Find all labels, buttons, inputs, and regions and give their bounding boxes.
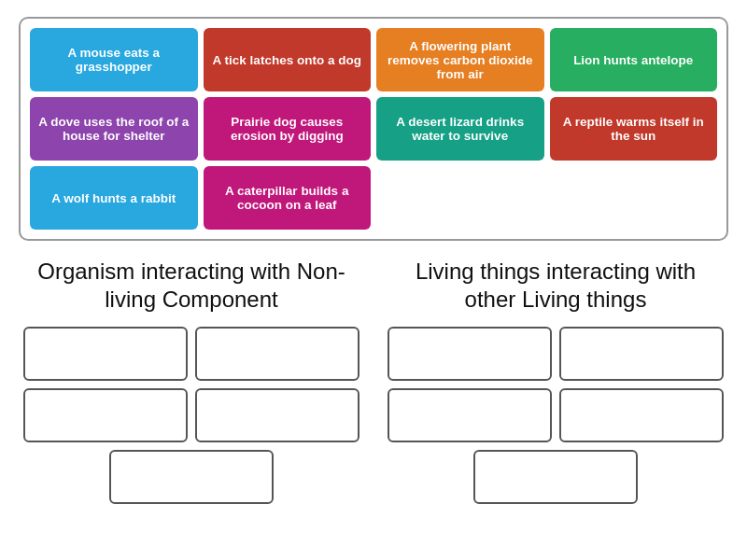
drop-box-nonliving-1[interactable] (23, 327, 188, 381)
drop-box-living-5[interactable] (473, 450, 638, 504)
drop-box-nonliving-5[interactable] (109, 450, 274, 504)
cards-container: A mouse eats a grasshopper A tick latche… (19, 17, 728, 241)
drop-box-nonliving-2[interactable] (195, 327, 359, 381)
card-mouse-eats-grasshopper[interactable]: A mouse eats a grasshopper (30, 28, 198, 91)
categories-area: Organism interacting with Non-living Com… (0, 258, 747, 504)
card-prairie-dog-erosion[interactable]: Prairie dog causes erosion by digging (204, 97, 372, 161)
card-grid: A mouse eats a grasshopper A tick latche… (30, 28, 717, 230)
card-desert-lizard-water[interactable]: A desert lizard drinks water to survive (376, 97, 544, 161)
drop-box-living-3[interactable] (388, 388, 552, 442)
category-living-title: Living things interacting with other Liv… (388, 258, 724, 314)
drop-box-living-4[interactable] (559, 388, 724, 442)
card-wolf-hunts-rabbit[interactable]: A wolf hunts a rabbit (30, 166, 198, 230)
drop-row-extra-nonliving (23, 450, 359, 504)
drop-box-living-1[interactable] (388, 327, 552, 381)
drop-row-extra-living (388, 450, 724, 504)
drop-box-nonliving-4[interactable] (195, 388, 359, 442)
card-dove-shelter[interactable]: A dove uses the roof of a house for shel… (30, 97, 198, 161)
card-tick-latches-dog[interactable]: A tick latches onto a dog (204, 28, 372, 91)
card-reptile-warms-sun[interactable]: A reptile warms itself in the sun (550, 97, 718, 161)
drop-box-nonliving-3[interactable] (23, 388, 188, 442)
card-lion-hunts-antelope[interactable]: Lion hunts antelope (550, 28, 718, 91)
drop-box-living-2[interactable] (559, 327, 724, 381)
card-caterpillar-cocoon[interactable]: A caterpillar builds a cocoon on a leaf (204, 166, 372, 230)
drop-grid-living (388, 327, 724, 442)
card-flowering-plant-co2[interactable]: A flowering plant removes carbon dioxide… (376, 28, 544, 91)
category-nonliving-title: Organism interacting with Non-living Com… (23, 258, 359, 314)
category-nonliving: Organism interacting with Non-living Com… (9, 258, 374, 504)
drop-grid-nonliving (23, 327, 359, 442)
category-living: Living things interacting with other Liv… (374, 258, 738, 504)
